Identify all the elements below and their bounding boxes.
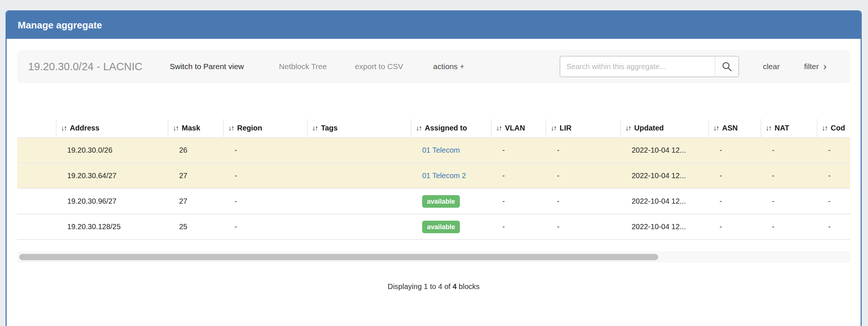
filter-link[interactable]: filter › [804, 61, 827, 72]
cell-nat: - [761, 214, 817, 240]
sort-icon: ↓↑ [766, 124, 771, 132]
status-text-prefix: Displaying 1 to 4 of [387, 282, 452, 291]
available-badge[interactable]: available [422, 221, 460, 233]
header-updated[interactable]: ↓↑Updated [621, 119, 708, 137]
clear-link[interactable]: clear [763, 62, 780, 71]
pagination-status: Displaying 1 to 4 of 4 blocks [17, 282, 850, 291]
cell-lir: - [546, 137, 621, 163]
cell-asn: - [708, 189, 761, 214]
switch-to-parent-view-link[interactable]: Switch to Parent view [170, 62, 244, 71]
cell-address: 19.20.30.0/26 [56, 137, 168, 163]
sort-icon: ↓↑ [713, 124, 719, 132]
header-label-vlan: VLAN [505, 124, 525, 132]
sort-icon: ↓↑ [625, 124, 631, 132]
search-input[interactable] [560, 56, 715, 77]
actions-menu-button[interactable]: actions + [433, 62, 465, 71]
cell-blank [17, 189, 56, 214]
table-row: 19.20.30.64/27 27 - 01 Telecom 2 - - 202… [17, 163, 850, 189]
header-cod[interactable]: ↓↑Cod [817, 119, 850, 137]
header-vlan[interactable]: ↓↑VLAN [491, 119, 546, 137]
header-asn[interactable]: ↓↑ASN [708, 119, 761, 137]
cell-updated: 2022-10-04 12... [621, 137, 708, 163]
netblock-tree-link[interactable]: Netblock Tree [279, 62, 327, 71]
cell-lir: - [546, 163, 621, 189]
cell-updated: 2022-10-04 12... [621, 163, 708, 189]
cell-address: 19.20.30.128/25 [56, 214, 168, 240]
sort-icon: ↓↑ [822, 124, 827, 132]
header-label-region: Region [237, 124, 262, 132]
cell-mask: 26 [168, 137, 223, 163]
filter-label: filter [804, 62, 819, 71]
cell-mask: 25 [168, 214, 223, 240]
cell-lir: - [546, 189, 621, 214]
cell-nat: - [761, 189, 817, 214]
cell-address: 19.20.30.96/27 [56, 189, 168, 214]
cell-tags [307, 214, 411, 240]
export-csv-link[interactable]: export to CSV [355, 62, 403, 71]
header-region[interactable]: ↓↑Region [223, 119, 307, 137]
cell-cod: - [817, 214, 850, 240]
table-header-row: ↓↑Address ↓↑Mask ↓↑Region ↓↑Tags ↓↑Assig… [17, 119, 850, 137]
header-assigned-to[interactable]: ↓↑Assigned to [411, 119, 491, 137]
cell-vlan: - [491, 163, 546, 189]
cell-tags [307, 137, 411, 163]
horizontal-scrollbar[interactable] [17, 252, 850, 262]
aggregate-title: 19.20.30.0/24 - LACNIC [28, 61, 143, 73]
panel-header: Manage aggregate [7, 11, 861, 39]
cell-vlan: - [491, 137, 546, 163]
cell-asn: - [708, 163, 761, 189]
cell-tags [307, 163, 411, 189]
cell-mask: 27 [168, 163, 223, 189]
panel-body: 19.20.30.0/24 - LACNIC Switch to Parent … [7, 50, 861, 291]
sort-icon: ↓↑ [61, 124, 66, 132]
search-group [560, 56, 739, 77]
assigned-link[interactable]: 01 Telecom 2 [422, 172, 466, 180]
table-row: 19.20.30.128/25 25 - available - - 2022-… [17, 214, 850, 240]
header-lir[interactable]: ↓↑LIR [546, 119, 621, 137]
cell-blank [17, 137, 56, 163]
cell-cod: - [817, 163, 850, 189]
cell-mask: 27 [168, 189, 223, 214]
cell-assigned: 01 Telecom [411, 137, 491, 163]
cell-assigned: 01 Telecom 2 [411, 163, 491, 189]
cell-updated: 2022-10-04 12... [621, 189, 708, 214]
manage-aggregate-panel: Manage aggregate 19.20.30.0/24 - LACNIC … [6, 10, 862, 326]
cell-vlan: - [491, 189, 546, 214]
cell-blank [17, 163, 56, 189]
cell-address: 19.20.30.64/27 [56, 163, 168, 189]
cell-region: - [223, 163, 307, 189]
table-row: 19.20.30.0/26 26 - 01 Telecom - - 2022-1… [17, 137, 850, 163]
chevron-right-icon: › [823, 61, 827, 72]
header-label-tags: Tags [321, 124, 338, 132]
header-label-cod: Cod [831, 124, 845, 132]
cell-blank [17, 214, 56, 240]
cell-region: - [223, 214, 307, 240]
header-mask[interactable]: ↓↑Mask [168, 119, 223, 137]
cell-vlan: - [491, 214, 546, 240]
cell-asn: - [708, 214, 761, 240]
cell-updated: 2022-10-04 12... [621, 214, 708, 240]
header-label-asn: ASN [722, 124, 738, 132]
cell-assigned: available [411, 214, 491, 240]
assigned-link[interactable]: 01 Telecom [422, 146, 460, 154]
sort-icon: ↓↑ [228, 124, 234, 132]
header-tags[interactable]: ↓↑Tags [307, 119, 411, 137]
cell-tags [307, 189, 411, 214]
header-nat[interactable]: ↓↑NAT [761, 119, 817, 137]
available-badge[interactable]: available [422, 195, 460, 208]
cell-region: - [223, 189, 307, 214]
header-label-lir: LIR [560, 124, 571, 132]
status-total: 4 [452, 282, 457, 291]
sort-icon: ↓↑ [173, 124, 178, 132]
header-blank [17, 119, 56, 137]
cell-region: - [223, 137, 307, 163]
cell-asn: - [708, 137, 761, 163]
scrollbar-thumb[interactable] [19, 254, 658, 260]
header-address[interactable]: ↓↑Address [56, 119, 168, 137]
sort-icon: ↓↑ [416, 124, 421, 132]
netblock-table: ↓↑Address ↓↑Mask ↓↑Region ↓↑Tags ↓↑Assig… [17, 119, 850, 240]
sort-icon: ↓↑ [312, 124, 318, 132]
netblock-table-region: ↓↑Address ↓↑Mask ↓↑Region ↓↑Tags ↓↑Assig… [17, 119, 850, 262]
search-button[interactable] [715, 56, 739, 77]
status-text-suffix: blocks [457, 282, 479, 291]
